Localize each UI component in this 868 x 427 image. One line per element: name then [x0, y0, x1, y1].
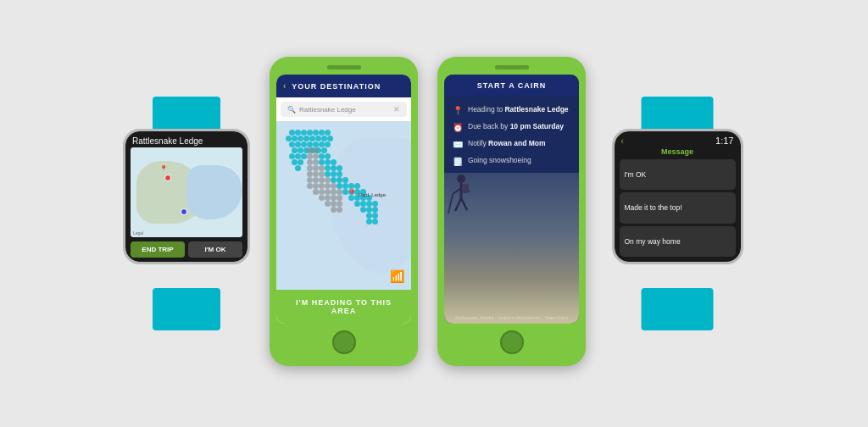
- watch-message-label: Message: [615, 147, 741, 159]
- phone-left-title: YOUR DESTINATION: [292, 82, 381, 91]
- phone-case-left: ‹ YOUR DESTINATION 🔍 Rattlesnake Ledge ✕…: [270, 57, 418, 366]
- watch-left: Rattlesnake Ledge 📍 Legal END TRIP I'M O…: [119, 129, 254, 298]
- cairn-destination-text: Heading to Rattlesnake Ledge: [468, 105, 569, 114]
- phone-case-right: START A CAIRN 📍 Heading to Rattlesnake L…: [437, 57, 586, 366]
- watch-right: ‹ 1:17 Message I'm OK Made it to the top…: [605, 129, 749, 298]
- phone-right: START A CAIRN 📍 Heading to Rattlesnake L…: [437, 57, 590, 370]
- watch-case-right: ‹ 1:17 Message I'm OK Made it to the top…: [612, 129, 743, 264]
- phone-search-bar[interactable]: 🔍 Rattlesnake Ledge ✕: [281, 102, 407, 117]
- cairn-notify-text: Notify Rowan and Mom: [468, 139, 546, 148]
- watch-map-area: 📍 Legal: [131, 147, 242, 237]
- watch-screen-left: Rattlesnake Ledge 📍 Legal END TRIP I'M O…: [125, 131, 248, 262]
- watch-map-bg: 📍 Legal: [131, 147, 242, 237]
- cairn-row-destination: 📍 Heading to Rattlesnake Ledge: [453, 105, 570, 115]
- phone-home-button-right[interactable]: [500, 330, 524, 354]
- mail-icon: ✉️: [453, 140, 463, 149]
- cairn-activity-text: Going snowshoeing: [468, 156, 531, 165]
- svg-rect-6: [462, 184, 469, 193]
- watch-band-bottom-left: [153, 288, 220, 330]
- watch-title-left: Rattlesnake Ledge: [125, 131, 248, 147]
- phone-bg-image: Anchorage, Alaska · Graham Zimmerman · T…: [444, 173, 579, 324]
- phone-map-left: 📍 Rattl. Ledge 📶: [276, 121, 411, 290]
- svg-line-5: [461, 198, 467, 210]
- hiker-figure: [444, 173, 478, 219]
- phone-left: ‹ YOUR DESTINATION 🔍 Rattlesnake Ledge ✕…: [270, 57, 422, 370]
- phone-header-left: ‹ YOUR DESTINATION: [276, 75, 411, 97]
- search-icon: 🔍: [287, 106, 296, 114]
- map-legal-label: Legal: [133, 230, 143, 236]
- phone-cta-button[interactable]: I'M HEADING TO THIS AREA: [276, 290, 411, 324]
- cairn-row-notify: ✉️ Notify Rowan and Mom: [453, 139, 570, 149]
- map-water: [186, 165, 242, 219]
- end-trip-button[interactable]: END TRIP: [131, 241, 185, 258]
- search-clear-icon[interactable]: ✕: [393, 105, 400, 114]
- cairn-row-time: ⏰ Due back by 10 pm Saturday: [453, 122, 570, 132]
- watch-top-bar: ‹ 1:17: [615, 131, 741, 147]
- activity-icon: 🗒️: [453, 157, 463, 166]
- search-value: Rattlesnake Ledge: [299, 106, 356, 114]
- watch-message-buttons: I'm OK Made it to the top! On my way hom…: [615, 159, 741, 262]
- phone-right-header: START A CAIRN: [444, 75, 579, 97]
- cairn-info: 📍 Heading to Rattlesnake Ledge ⏰ Due bac…: [444, 97, 579, 173]
- watch-buttons: END TRIP I'M OK: [125, 237, 248, 262]
- clock-icon: ⏰: [453, 123, 463, 132]
- im-ok-button[interactable]: I'M OK: [188, 241, 242, 258]
- scene: Rattlesnake Ledge 📍 Legal END TRIP I'M O…: [0, 0, 868, 427]
- watch-screen-right: ‹ 1:17 Message I'm OK Made it to the top…: [615, 131, 741, 262]
- svg-line-4: [455, 198, 461, 211]
- map-pin-phone: 📍 Rattl. Ledge: [347, 189, 386, 198]
- map-pin: 📍: [159, 165, 168, 173]
- phone-screen-right: START A CAIRN 📍 Heading to Rattlesnake L…: [444, 75, 579, 324]
- phone-speaker-left: [327, 65, 361, 69]
- watch-msg-btn-2[interactable]: Made it to the top!: [620, 192, 736, 223]
- phone-home-button-left[interactable]: [332, 330, 356, 354]
- phone-speaker-right: [495, 65, 529, 69]
- svg-point-0: [457, 175, 465, 183]
- svg-line-7: [448, 194, 453, 214]
- photo-credit: Anchorage, Alaska · Graham Zimmerman · T…: [444, 315, 579, 320]
- hex-grid: [276, 121, 411, 290]
- cairn-row-activity: 🗒️ Going snowshoeing: [453, 156, 570, 166]
- map-pin-label: Rattl. Ledge: [359, 192, 386, 197]
- watch-msg-btn-3[interactable]: On my way home: [620, 226, 736, 257]
- watch-band-bottom-right: [642, 288, 714, 330]
- map-dot-blue: [181, 208, 187, 215]
- watch-case-left: Rattlesnake Ledge 📍 Legal END TRIP I'M O…: [123, 129, 250, 264]
- map-dot-red: [164, 175, 171, 181]
- wifi-icon: 📶: [390, 269, 404, 283]
- watch-msg-btn-1[interactable]: I'm OK: [620, 159, 736, 190]
- watch-time: 1:17: [715, 136, 733, 146]
- watch-back-icon[interactable]: ‹: [621, 136, 624, 146]
- phone-screen-left: ‹ YOUR DESTINATION 🔍 Rattlesnake Ledge ✕…: [276, 75, 411, 324]
- back-arrow-icon[interactable]: ‹: [283, 81, 287, 91]
- location-icon: 📍: [453, 106, 463, 115]
- cairn-time-text: Due back by 10 pm Saturday: [468, 122, 564, 131]
